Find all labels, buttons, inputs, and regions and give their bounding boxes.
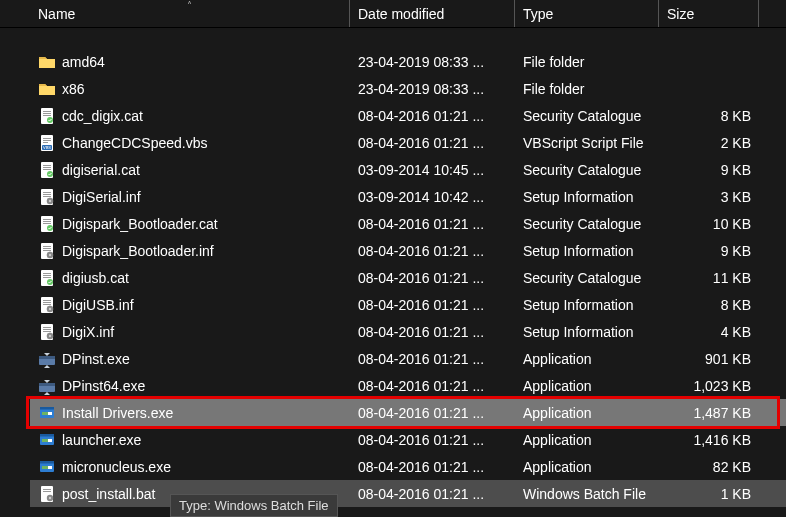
cell-date: 08-04-2016 01:21 ... [350,486,515,502]
svg-rect-30 [43,250,51,251]
file-name: post_install.bat [62,486,155,502]
table-row[interactable]: cdc_digix.cat08-04-2016 01:21 ...Securit… [30,102,786,129]
svg-rect-13 [43,167,51,168]
file-name: DigiX.inf [62,324,114,340]
cell-name: DPinst.exe [30,350,350,368]
cell-type: File folder [515,54,659,70]
svg-rect-53 [39,383,55,386]
cell-type: VBScript Script File [515,135,659,151]
svg-rect-34 [43,273,51,274]
svg-point-49 [49,334,51,336]
svg-rect-3 [43,115,51,116]
cell-size: 1,023 KB [659,378,759,394]
cell-name: micronucleus.exe [30,458,350,476]
cell-type: Application [515,405,659,421]
table-row[interactable]: Digispark_Bootloader.inf08-04-2016 01:21… [30,237,786,264]
svg-rect-14 [43,169,51,170]
cell-name: launcher.exe [30,431,350,449]
cell-date: 08-04-2016 01:21 ... [350,432,515,448]
table-row[interactable]: Install Drivers.exe08-04-2016 01:21 ...A… [30,399,786,426]
table-row[interactable]: launcher.exe08-04-2016 01:21 ...Applicat… [30,426,786,453]
svg-point-21 [49,199,51,201]
svg-rect-55 [40,407,54,410]
svg-rect-39 [43,300,51,301]
column-header-name[interactable]: Name ˄ [30,0,350,27]
file-name: digiusb.cat [62,270,129,286]
inf-icon [38,242,56,260]
cat-icon [38,215,56,233]
exe-compress-icon [38,350,56,368]
table-row[interactable]: digiserial.cat03-09-2014 10:45 ...Securi… [30,156,786,183]
cell-name: x86 [30,80,350,98]
cell-size: 10 KB [659,216,759,232]
cell-size: 9 KB [659,243,759,259]
table-row[interactable]: DPinst.exe08-04-2016 01:21 ...Applicatio… [30,345,786,372]
cell-size: 1,487 KB [659,405,759,421]
exe-install-icon [38,404,56,422]
svg-rect-17 [43,192,51,193]
cell-name: cdc_digix.cat [30,107,350,125]
file-name: DPinst.exe [62,351,130,367]
table-row[interactable]: DigiSerial.inf03-09-2014 10:42 ...Setup … [30,183,786,210]
cat-icon [38,269,56,287]
cat-icon [38,107,56,125]
file-name: micronucleus.exe [62,459,171,475]
cell-size: 1,416 KB [659,432,759,448]
inf-icon [38,323,56,341]
cell-size: 9 KB [659,162,759,178]
file-name: ChangeCDCSpeed.vbs [62,135,208,151]
table-row[interactable]: x8623-04-2019 08:33 ...File folder [30,75,786,102]
file-name: Digispark_Bootloader.cat [62,216,218,232]
svg-rect-6 [43,138,51,139]
table-row[interactable]: DPinst64.exe08-04-2016 01:21 ...Applicat… [30,372,786,399]
cell-date: 23-04-2019 08:33 ... [350,54,515,70]
cell-size: 8 KB [659,108,759,124]
file-name: amd64 [62,54,105,70]
svg-rect-36 [43,277,51,278]
svg-rect-19 [43,196,51,197]
cell-type: Security Catalogue [515,270,659,286]
table-row[interactable]: DigiUSB.inf08-04-2016 01:21 ...Setup Inf… [30,291,786,318]
column-header-date[interactable]: Date modified [350,0,515,27]
column-header-size[interactable]: Size [659,0,759,27]
svg-rect-25 [43,223,51,224]
svg-rect-67 [43,489,51,490]
table-row[interactable]: Digispark_Bootloader.cat08-04-2016 01:21… [30,210,786,237]
table-row[interactable]: DigiX.inf08-04-2016 01:21 ...Setup Infor… [30,318,786,345]
cell-date: 08-04-2016 01:21 ... [350,351,515,367]
svg-rect-23 [43,219,51,220]
cell-date: 08-04-2016 01:21 ... [350,405,515,421]
svg-rect-28 [43,246,51,247]
table-row[interactable]: digiusb.cat08-04-2016 01:21 ...Security … [30,264,786,291]
cell-size: 4 KB [659,324,759,340]
cell-name: Install Drivers.exe [30,404,350,422]
svg-rect-57 [42,412,48,415]
svg-text:VBS: VBS [43,145,51,150]
file-name: DigiSerial.inf [62,189,141,205]
file-name: DPinst64.exe [62,378,145,394]
exe-install-icon [38,431,56,449]
table-row[interactable]: micronucleus.exe08-04-2016 01:21 ...Appl… [30,453,786,480]
table-row[interactable]: post_install.bat08-04-2016 01:21 ...Wind… [30,480,786,507]
svg-point-32 [49,253,51,255]
exe-compress-icon [38,377,56,395]
cell-name: Digispark_Bootloader.cat [30,215,350,233]
svg-rect-24 [43,221,51,222]
cell-date: 08-04-2016 01:21 ... [350,324,515,340]
column-header-type[interactable]: Type [515,0,659,27]
cell-type: Application [515,459,659,475]
cell-type: Application [515,351,659,367]
column-label: Date modified [358,6,444,22]
cell-size: 3 KB [659,189,759,205]
cell-date: 03-09-2014 10:42 ... [350,189,515,205]
table-row[interactable]: VBSChangeCDCSpeed.vbs08-04-2016 01:21 ..… [30,129,786,156]
file-name: Digispark_Bootloader.inf [62,243,214,259]
cell-type: Application [515,378,659,394]
svg-rect-65 [42,466,48,469]
table-row[interactable]: amd6423-04-2019 08:33 ...File folder [30,48,786,75]
svg-rect-40 [43,302,51,303]
svg-rect-51 [39,356,55,359]
cell-name: DPinst64.exe [30,377,350,395]
svg-rect-12 [43,165,51,166]
cell-type: Windows Batch File [515,486,659,502]
